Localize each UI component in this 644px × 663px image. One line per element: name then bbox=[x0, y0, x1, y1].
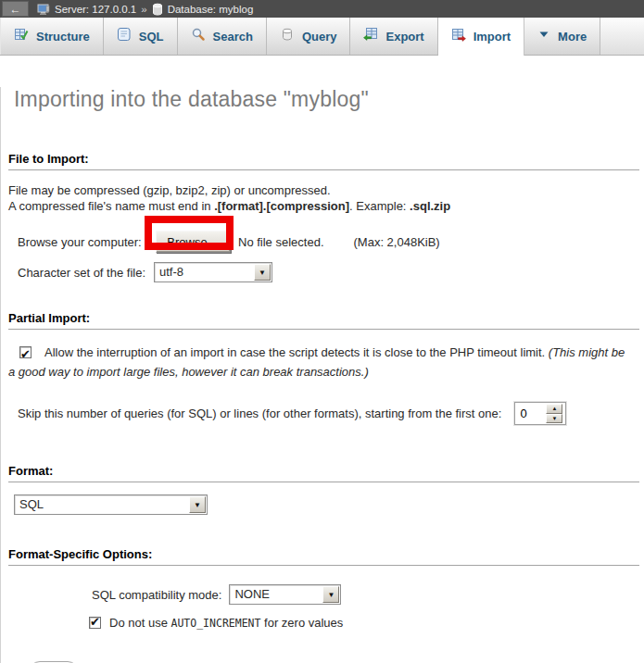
back-button[interactable]: ← bbox=[2, 1, 29, 17]
max-upload-size-text: (Max: 2,048KiB) bbox=[354, 235, 440, 249]
format-specific-options-section: Format-Specific Options: SQL compatibili… bbox=[1, 547, 644, 630]
dropdown-arrow-icon: ▼ bbox=[254, 264, 271, 281]
tab-structure[interactable]: Structure bbox=[0, 18, 104, 55]
tab-query[interactable]: Query bbox=[267, 18, 351, 55]
import-page: Importing into the database "myblog" Fil… bbox=[0, 87, 644, 663]
dropdown-arrow-icon: ▼ bbox=[322, 586, 339, 603]
phpmyadmin-window: ← Server: 127.0.0.1 » Database: myblog bbox=[0, 0, 644, 663]
partial-import-section: Partial Import: Allow the interruption o… bbox=[1, 311, 644, 425]
tab-label: More bbox=[558, 30, 587, 44]
format-specific-options-heading: Format-Specific Options: bbox=[8, 547, 639, 566]
tab-import[interactable]: Import bbox=[438, 18, 524, 56]
skip-queries-input[interactable]: ▲ ▼ bbox=[514, 402, 566, 425]
no-file-selected-text: No file selected. bbox=[238, 235, 324, 249]
auto-increment-row: Do not use AUTO_INCREMENT for zero value… bbox=[89, 616, 637, 630]
tab-label: Export bbox=[385, 30, 423, 44]
dropdown-arrow-icon: ▼ bbox=[189, 496, 206, 513]
compression-example: .sql.zip bbox=[410, 199, 450, 213]
auto-increment-checkbox[interactable] bbox=[89, 617, 101, 629]
skip-queries-value[interactable] bbox=[515, 403, 545, 424]
skip-queries-row: Skip this number of queries (for SQL) or… bbox=[18, 402, 637, 425]
tab-search[interactable]: Search bbox=[178, 18, 267, 55]
spinner-up-icon[interactable]: ▲ bbox=[546, 404, 562, 414]
partial-import-heading: Partial Import: bbox=[8, 311, 639, 330]
allow-interruption-row: Allow the interruption of an import in c… bbox=[8, 343, 635, 382]
charset-select[interactable]: utf-8 ▼ bbox=[154, 262, 272, 282]
format-row: SQL ▼ bbox=[14, 494, 637, 515]
page-title: Importing into the database "myblog" bbox=[14, 87, 644, 112]
compression-line2-mid: . Example: bbox=[349, 199, 410, 213]
import-table-icon bbox=[451, 28, 466, 46]
format-heading: Format: bbox=[8, 464, 639, 482]
sql-compatibility-row: SQL compatibility mode: NONE ▼ bbox=[92, 584, 637, 605]
tab-label: Search bbox=[213, 30, 253, 44]
skip-queries-label: Skip this number of queries (for SQL) or… bbox=[18, 407, 501, 420]
compression-line2-prefix: A compressed file's name must end in bbox=[8, 199, 214, 213]
compression-note: File may be compressed (gzip, bzip2, zip… bbox=[8, 182, 637, 214]
tab-sql[interactable]: SQL bbox=[104, 18, 178, 55]
database-cylinder-icon bbox=[280, 27, 295, 45]
compression-line1: File may be compressed (gzip, bzip2, zip… bbox=[8, 183, 331, 197]
auto-increment-keyword: AUTO_INCREMENT bbox=[171, 617, 261, 630]
sql-compatibility-label: SQL compatibility mode: bbox=[92, 588, 221, 602]
charset-label: Character set of the file: bbox=[18, 266, 154, 280]
format-section: Format: SQL ▼ bbox=[1, 464, 644, 515]
sql-scroll-icon bbox=[117, 27, 132, 45]
breadcrumb-database-link[interactable]: Database: myblog bbox=[168, 4, 254, 15]
spinner-down-icon[interactable]: ▼ bbox=[546, 414, 562, 424]
server-breadcrumb-bar: ← Server: 127.0.0.1 » Database: myblog bbox=[0, 0, 644, 18]
format-select[interactable]: SQL ▼ bbox=[14, 494, 208, 515]
sql-compatibility-value: NONE bbox=[230, 585, 322, 604]
server-icon bbox=[37, 3, 50, 16]
tab-bar: Structure SQL Search bbox=[0, 18, 644, 56]
spinner: ▲ ▼ bbox=[546, 404, 562, 423]
tab-bar-filler bbox=[600, 18, 644, 55]
chevron-down-icon bbox=[537, 28, 550, 44]
magnifier-icon bbox=[191, 27, 206, 45]
allow-interruption-text: Allow the interruption of an import in c… bbox=[44, 345, 549, 359]
tab-label: SQL bbox=[139, 30, 164, 44]
charset-selected-value: utf-8 bbox=[155, 263, 253, 281]
file-to-import-heading: File to Import: bbox=[8, 152, 639, 170]
database-icon bbox=[152, 3, 163, 16]
tab-label: Structure bbox=[36, 30, 90, 44]
breadcrumb-server-link[interactable]: Server: 127.0.0.1 bbox=[55, 4, 136, 15]
format-selected-value: SQL bbox=[15, 495, 188, 514]
file-to-import-section: File to Import: File may be compressed (… bbox=[1, 152, 644, 282]
auto-increment-text: Do not use AUTO_INCREMENT for zero value… bbox=[109, 616, 343, 630]
browse-button[interactable]: Browse… bbox=[156, 231, 231, 253]
compression-format-pattern: .[format].[compression] bbox=[214, 199, 349, 213]
browse-label: Browse your computer: bbox=[18, 235, 156, 249]
tab-label: Import bbox=[474, 30, 511, 44]
tab-more[interactable]: More bbox=[524, 18, 600, 55]
breadcrumb-separator: » bbox=[141, 4, 146, 15]
tab-label: Query bbox=[302, 30, 337, 44]
sql-compatibility-select[interactable]: NONE ▼ bbox=[229, 584, 341, 605]
export-table-icon bbox=[363, 27, 378, 45]
browse-row: Browse your computer: Browse… No file se… bbox=[18, 230, 637, 254]
charset-row: Character set of the file: utf-8 ▼ bbox=[18, 262, 637, 282]
structure-table-icon bbox=[14, 27, 29, 45]
tab-export[interactable]: Export bbox=[350, 18, 437, 55]
allow-interruption-checkbox[interactable] bbox=[19, 346, 32, 358]
